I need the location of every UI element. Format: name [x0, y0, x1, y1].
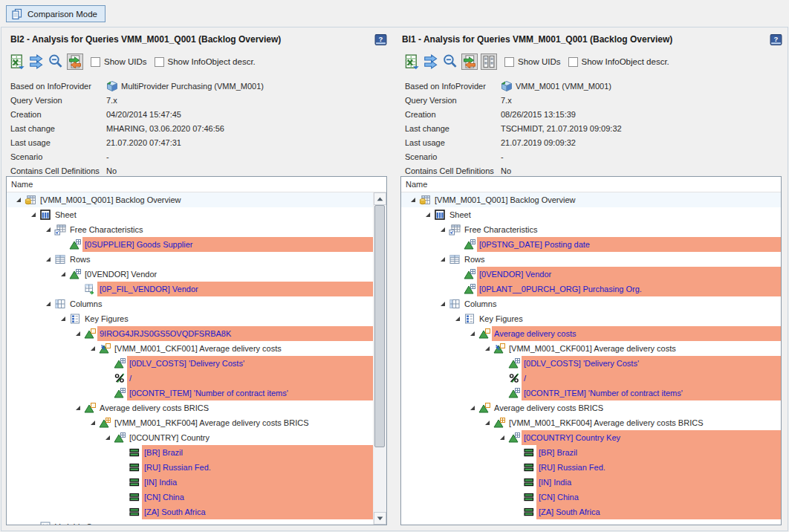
- tree-row[interactable]: [0DLV_COSTS] 'Delivery Costs': [401, 356, 781, 371]
- tree-row[interactable]: Free Characteristics: [7, 222, 374, 237]
- expander-icon[interactable]: [496, 432, 508, 444]
- tree-row[interactable]: [VMM_M001_RKF004] Average delivery costs…: [401, 415, 781, 430]
- tree-row[interactable]: 9IROG4JRJS0GS5OVQDFSRBA8K: [7, 326, 374, 341]
- swap-queries-button[interactable]: [28, 53, 45, 70]
- tree-row[interactable]: [0DLV_COSTS] 'Delivery Costs': [7, 356, 374, 371]
- compare-queries-button[interactable]: [461, 53, 478, 70]
- tree-row[interactable]: Key Figures: [7, 311, 374, 326]
- show-infoobject-descr-checkbox[interactable]: Show InfoObject descr.: [155, 57, 256, 67]
- tree-row[interactable]: [RU] Russian Fed.: [7, 460, 374, 475]
- compare-queries-button[interactable]: [67, 53, 83, 70]
- tree-row[interactable]: [ZA] South Africa: [7, 505, 374, 519]
- scroll-thumb[interactable]: [374, 205, 385, 447]
- tree-row[interactable]: [0PLANT__0PURCH_ORG] Purchasing Org.: [401, 282, 781, 296]
- tree-row[interactable]: [VMM_M001_Q001] Backlog Overview: [401, 192, 781, 207]
- zoom-button[interactable]: [48, 53, 64, 70]
- checkbox-box[interactable]: [155, 57, 164, 67]
- tree-row[interactable]: [0VENDOR] Vendor: [401, 267, 781, 282]
- tree-row[interactable]: Rows: [401, 252, 781, 267]
- expander-icon[interactable]: [467, 328, 478, 340]
- expander-icon[interactable]: [481, 417, 493, 429]
- tree-row[interactable]: [VMM_M001_RKF004] Average delivery costs…: [7, 415, 374, 430]
- tree-row-text: Variable S: [53, 519, 374, 525]
- export-to-excel-button[interactable]: [403, 53, 420, 70]
- expander-icon[interactable]: [27, 209, 39, 221]
- expander-icon[interactable]: [42, 253, 54, 265]
- characteristic-icon: [114, 432, 126, 444]
- expander-icon[interactable]: [102, 432, 114, 444]
- swap-queries-button[interactable]: [423, 53, 439, 70]
- expander-icon[interactable]: [57, 313, 69, 325]
- tree-row[interactable]: Sheet: [401, 207, 781, 222]
- tree-row[interactable]: [CN] China: [401, 490, 781, 505]
- key-figures-icon: [464, 313, 475, 325]
- expander-icon[interactable]: [27, 521, 39, 525]
- expander-icon[interactable]: [437, 298, 449, 310]
- tree-row[interactable]: [CN] China: [7, 490, 374, 505]
- tree-row[interactable]: [0P_FIL_VENDOR] Vendor: [7, 282, 374, 296]
- help-icon[interactable]: ?: [770, 33, 782, 46]
- synchronize-scrolling-button[interactable]: [481, 53, 497, 70]
- tree-row[interactable]: Columns: [401, 296, 781, 311]
- tree-row[interactable]: /: [7, 371, 374, 386]
- tree-row[interactable]: [0CONTR_ITEM] 'Number of contract items': [401, 386, 781, 400]
- expander-icon[interactable]: [87, 417, 99, 429]
- expander-icon[interactable]: [407, 194, 419, 206]
- checkbox-box[interactable]: [504, 57, 514, 67]
- tree-row[interactable]: [IN] India: [7, 475, 374, 490]
- expander-icon[interactable]: [42, 224, 54, 236]
- zoom-button[interactable]: [442, 53, 458, 70]
- expander-icon[interactable]: [467, 402, 478, 414]
- tree-row[interactable]: [0SUPPLIER] Goods Supplier: [7, 237, 374, 252]
- tree-row[interactable]: Sheet: [7, 207, 374, 222]
- tree-row[interactable]: [BR] Brazil: [7, 445, 374, 460]
- expander-icon[interactable]: [437, 224, 449, 236]
- tree-row[interactable]: Key Figures: [401, 311, 781, 326]
- tree-row-text: Columns: [68, 296, 374, 311]
- tree-row[interactable]: [0CONTR_ITEM] 'Number of contract items': [7, 386, 374, 400]
- tree-row[interactable]: [0COUNTRY] Country Key: [401, 430, 781, 445]
- tree-row[interactable]: Average delivery costs: [401, 326, 781, 341]
- show-uids-checkbox[interactable]: Show UIDs: [91, 57, 147, 67]
- expander-icon[interactable]: [422, 209, 434, 221]
- tree-row[interactable]: [VMM_M001_CKF001] Average delivery costs: [7, 341, 374, 356]
- tree-row[interactable]: Rows: [7, 252, 374, 267]
- tree-row[interactable]: [VMM_M001_CKF001] Average delivery costs: [401, 341, 781, 356]
- expander-icon[interactable]: [87, 343, 99, 354]
- export-to-excel-button[interactable]: [9, 53, 25, 70]
- tree-row[interactable]: Variable S: [7, 519, 374, 525]
- show-uids-checkbox[interactable]: Show UIDs: [504, 57, 561, 67]
- scroll-up-arrow[interactable]: [374, 192, 386, 205]
- tree-row[interactable]: Columns: [7, 296, 374, 311]
- tree-row[interactable]: Free Characteristics: [401, 222, 781, 237]
- tree-row[interactable]: Average delivery costs BRICS: [401, 400, 781, 415]
- expander-icon[interactable]: [72, 328, 84, 340]
- tree-row[interactable]: [RU] Russian Fed.: [401, 460, 781, 475]
- show-infoobject-descr-checkbox[interactable]: Show InfoObject descr.: [568, 57, 669, 67]
- tree-row[interactable]: /: [401, 371, 781, 386]
- help-icon[interactable]: ?: [374, 33, 387, 46]
- expander-icon[interactable]: [42, 298, 54, 310]
- tree-row[interactable]: [0COUNTRY] Country: [7, 430, 374, 445]
- checkbox-box[interactable]: [91, 57, 100, 67]
- property-value-text: 21.07.2020 07:47:31: [106, 138, 181, 147]
- expander-icon[interactable]: [13, 194, 25, 206]
- tree-row[interactable]: [IN] India: [401, 475, 781, 490]
- scroll-down-arrow[interactable]: [374, 512, 386, 525]
- comparison-mode-button[interactable]: Comparison Mode: [6, 5, 105, 22]
- expander-icon[interactable]: [57, 268, 69, 280]
- checkbox-box[interactable]: [568, 57, 578, 67]
- expander-icon[interactable]: [72, 402, 84, 414]
- vertical-scrollbar[interactable]: [373, 192, 386, 525]
- expander-icon[interactable]: [452, 313, 464, 325]
- free-characteristics-icon: [449, 224, 461, 236]
- tree-row[interactable]: [0PSTNG_DATE] Posting date: [401, 237, 781, 252]
- tree-row[interactable]: [VMM_M001_Q001] Backlog Overview: [7, 192, 374, 207]
- tree-row[interactable]: [0VENDOR] Vendor: [7, 267, 374, 282]
- tree-row[interactable]: [BR] Brazil: [401, 445, 781, 460]
- tree-row[interactable]: Average delivery costs BRICS: [7, 400, 374, 415]
- property-value: 7.x: [106, 96, 117, 105]
- tree-row[interactable]: [ZA] South Africa: [401, 505, 781, 519]
- expander-icon[interactable]: [481, 343, 493, 354]
- expander-icon[interactable]: [437, 253, 449, 265]
